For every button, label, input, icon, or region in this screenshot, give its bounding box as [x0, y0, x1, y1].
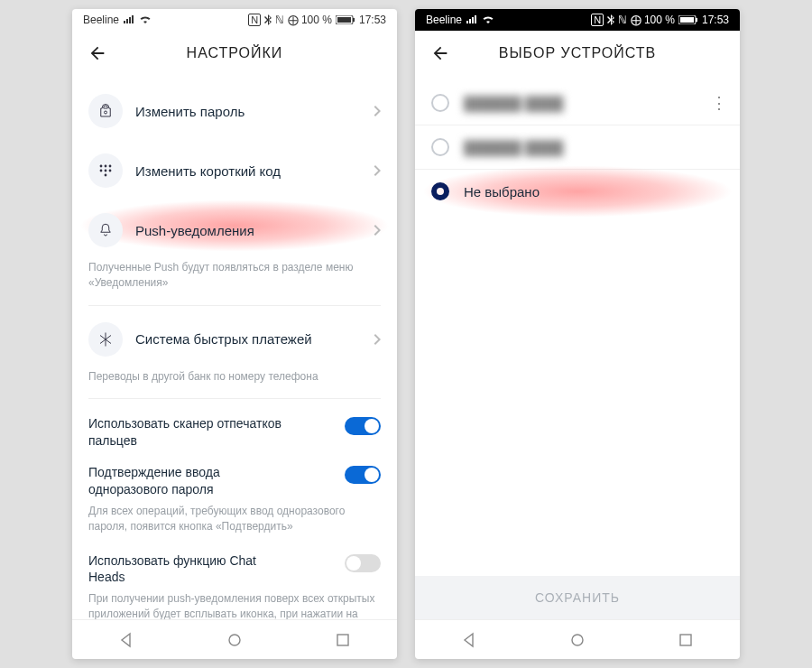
bluetooth-icon — [264, 14, 272, 25]
back-button[interactable] — [426, 39, 455, 68]
chevron-right-icon — [374, 106, 381, 116]
sbp-item[interactable]: Система быстрых платежей — [72, 310, 397, 369]
device-label: Не выбрано — [464, 184, 540, 199]
svg-rect-14 — [680, 17, 694, 23]
page-title: ВЫБОР УСТРОЙСТВ — [415, 45, 740, 61]
svg-point-7 — [105, 170, 107, 172]
signal-icon — [466, 15, 478, 24]
clock: 17:53 — [702, 14, 729, 26]
android-nav-bar — [72, 619, 397, 659]
svg-point-3 — [100, 165, 103, 168]
more-icon[interactable]: ⋮ — [711, 93, 725, 113]
svg-rect-13 — [696, 18, 697, 22]
svg-rect-16 — [680, 635, 691, 645]
nav-recent-icon[interactable] — [335, 632, 351, 648]
svg-rect-2 — [337, 17, 351, 23]
svg-point-5 — [109, 165, 112, 168]
bell-icon — [88, 213, 123, 247]
nav-back-icon[interactable] — [118, 632, 134, 648]
nav-recent-icon[interactable] — [678, 632, 694, 648]
svg-point-9 — [105, 174, 107, 177]
battery-text: ℕ ⨁ 100 % — [275, 14, 332, 26]
chat-heads-switch[interactable] — [345, 554, 381, 572]
wifi-icon — [139, 15, 152, 24]
change-password-item[interactable]: Изменить пароль — [72, 81, 397, 141]
nav-home-icon[interactable] — [569, 632, 586, 648]
toggle-label: Использовать сканер отпечатков пальцев — [88, 415, 296, 450]
device-label: ██████ ████ — [464, 96, 563, 111]
chevron-right-icon — [374, 334, 381, 345]
svg-point-15 — [572, 635, 583, 645]
settings-list: Изменить пароль Изменить короткий код Pu… — [72, 76, 397, 619]
none-selected-section: Не выбрано — [415, 170, 740, 213]
app-bar: НАСТРОЙКИ — [72, 31, 397, 76]
clock: 17:53 — [359, 14, 386, 26]
svg-point-8 — [109, 170, 112, 172]
status-bar: Beeline N ℕ ⨁ 100 % 17:53 — [415, 9, 740, 31]
chevron-right-icon — [374, 165, 381, 176]
radio-unselected-icon — [431, 138, 449, 156]
signal-icon — [123, 15, 135, 24]
chat-heads-toggle-row: Использовать функцию Chat Heads — [72, 545, 397, 592]
push-notifications-section: Push-уведомления — [72, 200, 397, 260]
battery-icon — [678, 15, 698, 24]
nav-back-icon[interactable] — [461, 632, 477, 648]
battery-icon — [336, 15, 355, 24]
divider — [88, 398, 381, 399]
battery-text: ℕ ⨁ 100 % — [618, 14, 675, 26]
device-option-1[interactable]: ██████ ████ ⋮ — [415, 81, 740, 125]
item-label: Изменить пароль — [135, 104, 374, 119]
nfc-icon: N — [248, 14, 261, 26]
save-button[interactable]: СОХРАНИТЬ — [415, 576, 740, 619]
change-short-code-item[interactable]: Изменить короткий код — [72, 141, 397, 200]
app-bar: ВЫБОР УСТРОЙСТВ — [415, 31, 740, 76]
fingerprint-toggle-row: Использовать сканер отпечатков пальцев — [72, 403, 397, 455]
otp-subtext: Для всех операций, требующих ввод однора… — [72, 504, 397, 545]
carrier-label: Beeline — [426, 14, 462, 26]
page-title: НАСТРОЙКИ — [72, 45, 397, 61]
push-subtext: Полученные Push будут появляться в разде… — [72, 260, 397, 302]
push-notifications-item[interactable]: Push-уведомления — [72, 200, 397, 260]
radio-unselected-icon — [431, 94, 449, 112]
device-option-none[interactable]: Не выбрано — [415, 170, 740, 213]
radio-selected-icon — [431, 182, 449, 200]
svg-rect-1 — [353, 18, 355, 22]
wifi-icon — [482, 15, 494, 24]
device-label: ██████ ████ — [464, 140, 563, 155]
otp-switch[interactable] — [345, 466, 381, 484]
sbp-subtext: Переводы в другой банк по номеру телефон… — [72, 369, 397, 395]
chat-heads-subtext: При получении push-уведомления поверх вс… — [72, 591, 397, 619]
item-label: Изменить короткий код — [135, 163, 374, 179]
lock-icon — [88, 94, 123, 128]
bluetooth-icon — [607, 14, 614, 25]
otp-toggle-row: Подтверждение ввода одноразового пароля — [72, 455, 397, 504]
device-option-2[interactable]: ██████ ████ — [415, 125, 740, 170]
svg-rect-11 — [337, 635, 348, 645]
svg-point-4 — [105, 165, 107, 168]
item-label: Push-уведомления — [135, 223, 374, 238]
nfc-icon: N — [591, 14, 604, 26]
device-selection-screen: Beeline N ℕ ⨁ 100 % 17:53 ВЫБОР УСТРОЙСТ… — [415, 9, 740, 659]
settings-screen: Beeline N ℕ ⨁ 100 % 17:53 НАСТРОЙКИ — [72, 9, 397, 659]
device-list: ██████ ████ ⋮ ██████ ████ Не выбрано — [415, 76, 740, 576]
svg-point-6 — [100, 170, 103, 172]
status-bar: Beeline N ℕ ⨁ 100 % 17:53 — [72, 9, 397, 31]
svg-point-10 — [229, 635, 240, 645]
back-button[interactable] — [83, 39, 112, 68]
toggle-label: Использовать функцию Chat Heads — [88, 552, 296, 587]
keypad-icon — [88, 153, 123, 188]
carrier-label: Beeline — [83, 14, 119, 26]
chevron-right-icon — [374, 225, 381, 236]
android-nav-bar — [415, 619, 740, 659]
divider — [88, 305, 381, 306]
fingerprint-switch[interactable] — [345, 417, 381, 435]
item-label: Система быстрых платежей — [135, 331, 374, 347]
nav-home-icon[interactable] — [226, 632, 243, 648]
sbp-icon — [88, 322, 123, 357]
toggle-label: Подтверждение ввода одноразового пароля — [88, 464, 296, 498]
